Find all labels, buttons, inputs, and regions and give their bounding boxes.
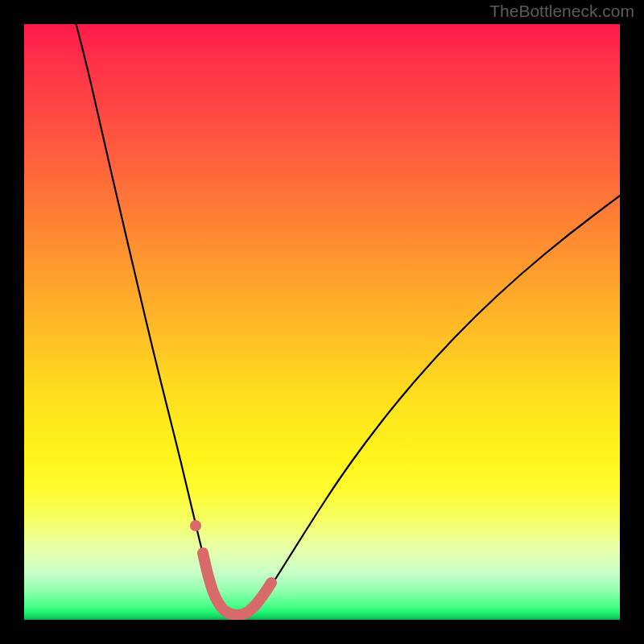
highlight-segment bbox=[203, 553, 271, 615]
watermark-text: TheBottleneck.com bbox=[489, 2, 634, 21]
plot-area bbox=[24, 24, 620, 620]
curves-layer bbox=[24, 24, 620, 620]
bottleneck-curve bbox=[74, 24, 620, 617]
highlight-dot bbox=[190, 520, 201, 531]
chart-frame: TheBottleneck.com bbox=[0, 0, 644, 644]
